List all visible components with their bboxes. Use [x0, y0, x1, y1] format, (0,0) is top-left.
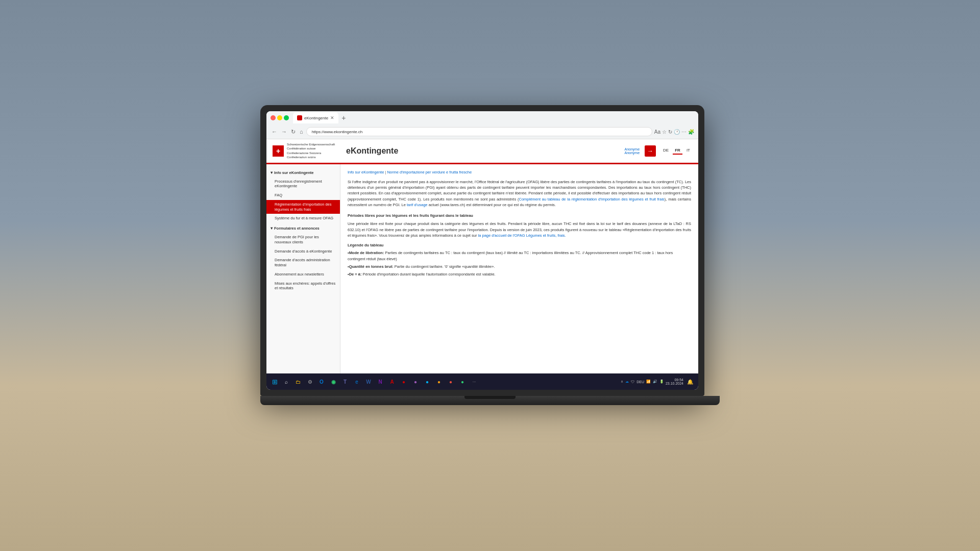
- more-options-icon[interactable]: ⋯: [681, 129, 687, 135]
- lang-indicator: DEU: [636, 380, 644, 384]
- new-tab-button[interactable]: +: [339, 114, 348, 122]
- onedrive-icon[interactable]: ☁: [625, 380, 629, 384]
- acrobat-button[interactable]: A: [387, 377, 397, 387]
- lang-de[interactable]: DE: [661, 147, 671, 155]
- close-button[interactable]: [271, 115, 276, 120]
- forward-button[interactable]: →: [280, 128, 288, 136]
- sidebar-item-faq[interactable]: FAQ: [266, 191, 340, 200]
- history-icon[interactable]: 🕐: [674, 129, 680, 135]
- battery-icon[interactable]: 🔋: [659, 380, 664, 384]
- reader-mode-icon[interactable]: Aa: [654, 129, 660, 135]
- tray-arrow[interactable]: ∧: [621, 380, 623, 384]
- screen-bezel: eKontingente ✕ + ← → ↻ ⌂: [266, 111, 698, 390]
- clock-date: 23.10.2024: [666, 382, 683, 385]
- app-green-button[interactable]: ◉: [328, 377, 338, 387]
- word-button[interactable]: W: [363, 377, 374, 387]
- lang-fr[interactable]: FR: [673, 147, 682, 155]
- login-button[interactable]: →: [645, 145, 656, 157]
- settings-button[interactable]: ⚙: [305, 377, 315, 387]
- files-button[interactable]: 🗀: [293, 377, 303, 387]
- app-purple-button[interactable]: ●: [410, 377, 421, 387]
- sidebar-item-abonnement[interactable]: Abonnement aux newsletters: [266, 270, 340, 279]
- app-teal-button[interactable]: ●: [457, 377, 468, 387]
- breadcrumb: Info sur eKontingente | Norme d'importaz…: [348, 169, 691, 175]
- notification-button[interactable]: 🔔: [685, 377, 695, 387]
- confederation-text: Schweizerische Eidgenossenschaft Confédé…: [287, 142, 335, 160]
- security-icon[interactable]: 🛡: [631, 380, 634, 384]
- address-input[interactable]: [306, 127, 652, 136]
- sidebar-section-formulaires-title[interactable]: ▾ Formulaires et annonces: [266, 224, 340, 233]
- reload-button[interactable]: ↻: [290, 128, 297, 136]
- browser-window: eKontingente ✕ + ← → ↻ ⌂: [266, 111, 698, 390]
- address-bar: ← → ↻ ⌂ Aa ☆ ↻ 🕐 ⋯ 🧩: [266, 124, 698, 139]
- taskbar: ⊞ ⌕ 🗀 ⚙ O ◉ T e W N A ● ● ● ●: [266, 373, 698, 390]
- lang-it[interactable]: IT: [684, 147, 692, 155]
- wifi-icon[interactable]: 📶: [646, 380, 651, 384]
- windows-start-button[interactable]: ⊞: [270, 377, 280, 387]
- sidebar-section-formulaires: ▾ Formulaires et annonces Demande de PGI…: [266, 224, 340, 293]
- system-tray: ∧ ☁ 🛡 DEU 📶 🔊 🔋: [621, 380, 664, 384]
- refresh-icon[interactable]: ↻: [668, 129, 672, 135]
- taskbar-clock: 09:54 23.10.2024: [666, 378, 683, 385]
- minimize-button[interactable]: [277, 115, 282, 120]
- legend-title: Légende du tableau: [348, 242, 691, 248]
- breadcrumb-link-1[interactable]: Info sur eKontingente: [348, 170, 384, 174]
- sidebar-item-mises-encheres[interactable]: Mises aux enchères: appels d'offres et r…: [266, 279, 340, 293]
- laptop-screen-outer: eKontingente ✕ + ← → ↻ ⌂: [260, 105, 704, 396]
- onenote-button[interactable]: N: [375, 377, 385, 387]
- app-red1-button[interactable]: ●: [399, 377, 409, 387]
- sidebar-item-demande-acces[interactable]: Demande d'accès à eKontingente: [266, 247, 340, 256]
- teams-button[interactable]: T: [340, 377, 350, 387]
- browser-actions: Aa ☆ ↻ 🕐 ⋯ 🧩: [654, 129, 694, 135]
- window-controls: [271, 115, 289, 120]
- site-title: eKontingente: [341, 146, 624, 156]
- tarif-link[interactable]: tarif d'usage: [407, 203, 428, 207]
- sidebar-item-processus[interactable]: Processus d'enregistrement eKontingente: [266, 177, 340, 191]
- more-apps-button[interactable]: ···: [469, 377, 479, 387]
- user-menu[interactable]: Anonyme Anonyme: [625, 147, 640, 155]
- home-button[interactable]: ⌂: [299, 128, 304, 136]
- legend-item-de-a: •De = à: Période d'importation durant la…: [348, 271, 691, 277]
- browser-chrome: eKontingente ✕ + ← → ↻ ⌂: [266, 111, 698, 139]
- laptop-body: eKontingente ✕ + ← → ↻ ⌂: [260, 126, 720, 425]
- clock-time: 09:54: [666, 378, 683, 382]
- swiss-logo: Schweizerische Eidgenossenschaft Confédé…: [273, 142, 335, 160]
- sidebar-item-demande-pgi[interactable]: Demande de PGI pour les nouveaux clients: [266, 233, 340, 247]
- legend-item-quantite: •Quantité en tonnes brut: Partie du cont…: [348, 264, 691, 269]
- sidebar-item-systeme[interactable]: Système du fur et à mesure OFAG: [266, 214, 340, 223]
- maximize-button[interactable]: [284, 115, 289, 120]
- tab-close-button[interactable]: ✕: [330, 115, 334, 120]
- sidebar-item-demande-admin[interactable]: Demande d'accès administration fédéral: [266, 256, 340, 270]
- app-red2-button[interactable]: ●: [446, 377, 456, 387]
- app-orange-button[interactable]: ●: [434, 377, 444, 387]
- breadcrumb-link-2[interactable]: Norme d'importazione per verdure e frutt…: [387, 170, 472, 174]
- language-switcher: DE FR IT: [661, 147, 692, 155]
- tab-favicon: [297, 115, 302, 120]
- favorites-icon[interactable]: ☆: [662, 129, 667, 135]
- extensions-icon[interactable]: 🧩: [688, 129, 694, 135]
- intro-text-3: actuel (www.tares.ch) est déterminant po…: [429, 203, 556, 207]
- app-blue-button[interactable]: ●: [422, 377, 432, 387]
- main-content: ▾ Info sur eKontingente Processus d'enre…: [266, 164, 698, 373]
- sidebar-section-info: ▾ Info sur eKontingente Processus d'enre…: [266, 168, 340, 223]
- back-button[interactable]: ←: [271, 128, 278, 136]
- scene: eKontingente ✕ + ← → ↻ ⌂: [0, 0, 980, 551]
- outlook-button[interactable]: O: [316, 377, 327, 387]
- sidebar-section-info-title[interactable]: ▾ Info sur eKontingente: [266, 168, 340, 177]
- ofag-link[interactable]: la page d'accueil de l'OFAG Légumes et f…: [478, 233, 566, 238]
- swiss-cross-icon: [273, 145, 284, 157]
- content-area: Info sur eKontingente | Norme d'importaz…: [340, 164, 698, 373]
- section1-text: Une période libre est fixée pour chaque …: [348, 221, 691, 238]
- laptop-base: [260, 396, 720, 405]
- browser-tab[interactable]: eKontingente ✕: [293, 112, 338, 123]
- complement-link[interactable]: Complément au tableau de la réglementati…: [519, 197, 665, 202]
- sidebar-item-reglementation[interactable]: Réglementation d'importation des légumes…: [266, 200, 340, 214]
- header-right: Anonyme Anonyme → DE FR IT: [625, 145, 692, 157]
- legend-item-mode: •Mode de libération: Parties de continge…: [348, 250, 691, 262]
- sidebar: ▾ Info sur eKontingente Processus d'enre…: [266, 164, 340, 373]
- title-bar: eKontingente ✕ +: [266, 111, 698, 124]
- speaker-icon[interactable]: 🔊: [653, 380, 657, 384]
- search-button[interactable]: ⌕: [281, 377, 291, 387]
- tab-title: eKontingente: [304, 116, 328, 120]
- edge-button[interactable]: e: [352, 377, 362, 387]
